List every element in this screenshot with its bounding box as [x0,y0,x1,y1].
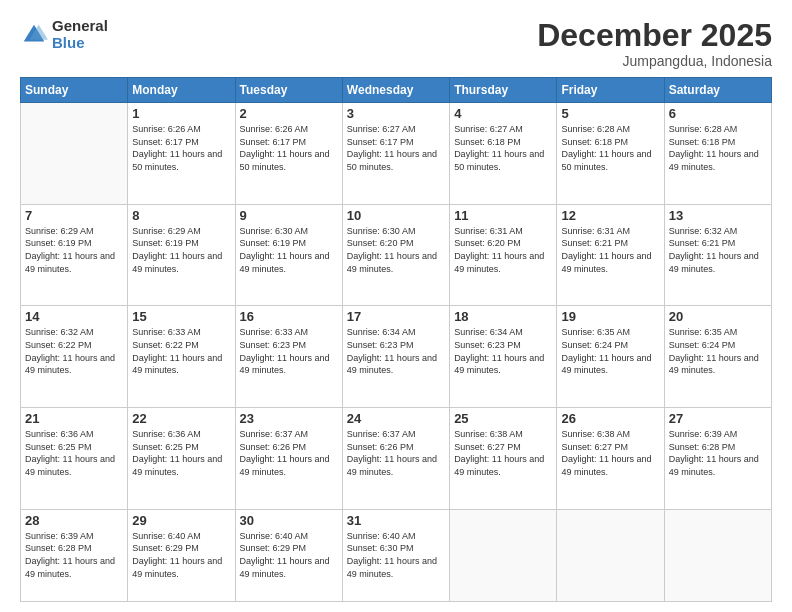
table-row: 12 Sunrise: 6:31 AMSunset: 6:21 PMDaylig… [557,204,664,306]
table-row [21,103,128,205]
table-row: 10 Sunrise: 6:30 AMSunset: 6:20 PMDaylig… [342,204,449,306]
table-row: 22 Sunrise: 6:36 AMSunset: 6:25 PMDaylig… [128,408,235,510]
table-row: 30 Sunrise: 6:40 AMSunset: 6:29 PMDaylig… [235,509,342,601]
table-row: 2 Sunrise: 6:26 AMSunset: 6:17 PMDayligh… [235,103,342,205]
table-row: 5 Sunrise: 6:28 AMSunset: 6:18 PMDayligh… [557,103,664,205]
logo-blue: Blue [52,35,108,52]
logo-text: General Blue [52,18,108,51]
col-thursday: Thursday [450,78,557,103]
table-row: 1 Sunrise: 6:26 AMSunset: 6:17 PMDayligh… [128,103,235,205]
table-row: 29 Sunrise: 6:40 AMSunset: 6:29 PMDaylig… [128,509,235,601]
table-row: 9 Sunrise: 6:30 AMSunset: 6:19 PMDayligh… [235,204,342,306]
col-tuesday: Tuesday [235,78,342,103]
table-row: 19 Sunrise: 6:35 AMSunset: 6:24 PMDaylig… [557,306,664,408]
table-row: 4 Sunrise: 6:27 AMSunset: 6:18 PMDayligh… [450,103,557,205]
table-row [664,509,771,601]
col-sunday: Sunday [21,78,128,103]
calendar-header-row: Sunday Monday Tuesday Wednesday Thursday… [21,78,772,103]
table-row: 6 Sunrise: 6:28 AMSunset: 6:18 PMDayligh… [664,103,771,205]
table-row: 17 Sunrise: 6:34 AMSunset: 6:23 PMDaylig… [342,306,449,408]
table-row: 14 Sunrise: 6:32 AMSunset: 6:22 PMDaylig… [21,306,128,408]
col-wednesday: Wednesday [342,78,449,103]
col-saturday: Saturday [664,78,771,103]
col-monday: Monday [128,78,235,103]
table-row: 3 Sunrise: 6:27 AMSunset: 6:17 PMDayligh… [342,103,449,205]
calendar-table: Sunday Monday Tuesday Wednesday Thursday… [20,77,772,602]
table-row: 31 Sunrise: 6:40 AMSunset: 6:30 PMDaylig… [342,509,449,601]
table-row [557,509,664,601]
table-row: 18 Sunrise: 6:34 AMSunset: 6:23 PMDaylig… [450,306,557,408]
table-row: 24 Sunrise: 6:37 AMSunset: 6:26 PMDaylig… [342,408,449,510]
logo: General Blue [20,18,108,51]
table-row: 20 Sunrise: 6:35 AMSunset: 6:24 PMDaylig… [664,306,771,408]
page: General Blue December 2025 Jumpangdua, I… [0,0,792,612]
month-title: December 2025 [537,18,772,53]
table-row: 21 Sunrise: 6:36 AMSunset: 6:25 PMDaylig… [21,408,128,510]
table-row: 23 Sunrise: 6:37 AMSunset: 6:26 PMDaylig… [235,408,342,510]
table-row: 15 Sunrise: 6:33 AMSunset: 6:22 PMDaylig… [128,306,235,408]
table-row: 13 Sunrise: 6:32 AMSunset: 6:21 PMDaylig… [664,204,771,306]
col-friday: Friday [557,78,664,103]
table-row: 27 Sunrise: 6:39 AMSunset: 6:28 PMDaylig… [664,408,771,510]
table-row: 11 Sunrise: 6:31 AMSunset: 6:20 PMDaylig… [450,204,557,306]
table-row [450,509,557,601]
table-row: 28 Sunrise: 6:39 AMSunset: 6:28 PMDaylig… [21,509,128,601]
header: General Blue December 2025 Jumpangdua, I… [20,18,772,69]
table-row: 26 Sunrise: 6:38 AMSunset: 6:27 PMDaylig… [557,408,664,510]
logo-general: General [52,18,108,35]
table-row: 16 Sunrise: 6:33 AMSunset: 6:23 PMDaylig… [235,306,342,408]
table-row: 25 Sunrise: 6:38 AMSunset: 6:27 PMDaylig… [450,408,557,510]
location-subtitle: Jumpangdua, Indonesia [537,53,772,69]
table-row: 8 Sunrise: 6:29 AMSunset: 6:19 PMDayligh… [128,204,235,306]
table-row: 7 Sunrise: 6:29 AMSunset: 6:19 PMDayligh… [21,204,128,306]
title-block: December 2025 Jumpangdua, Indonesia [537,18,772,69]
logo-icon [20,21,48,49]
